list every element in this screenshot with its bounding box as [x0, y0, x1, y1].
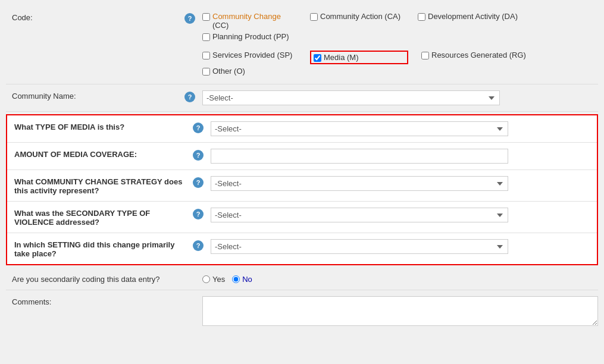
comments-help: [184, 296, 202, 297]
checkbox-cc-input[interactable]: [202, 13, 210, 21]
community-name-row: Community Name: ? -Select-: [6, 84, 598, 112]
checkbox-m[interactable]: Media (M): [310, 51, 408, 64]
media-amount-help-icon[interactable]: ?: [193, 150, 204, 161]
violence-row: What was the SECONDARY TYPE OF VIOLENCE …: [7, 201, 597, 233]
comments-label: Comments:: [6, 296, 184, 306]
checkbox-sp-label: Services Provided (SP): [212, 51, 292, 59]
secondary-coding-yes-input[interactable]: [202, 275, 210, 283]
community-name-select[interactable]: -Select-: [202, 90, 500, 105]
media-section: What TYPE OF MEDIA is this? ? -Select- A…: [6, 114, 598, 265]
checkbox-pp[interactable]: Planning Product (PP): [202, 32, 289, 41]
checkbox-rg-input[interactable]: [421, 52, 429, 59]
media-amount-field: [211, 149, 590, 164]
checkbox-cc-label: Community Change(CC): [212, 12, 281, 30]
code-help-icon[interactable]: ?: [184, 13, 195, 24]
community-name-label: Community Name:: [6, 90, 184, 101]
secondary-coding-yes-label: Yes: [212, 275, 225, 284]
checkbox-o[interactable]: Other (O): [202, 67, 245, 76]
media-type-row: What TYPE OF MEDIA is this? ? -Select-: [7, 115, 597, 142]
strategy-help: ?: [193, 176, 211, 188]
setting-row: In which SETTING did this change primari…: [7, 233, 597, 264]
checkbox-m-input[interactable]: [314, 54, 321, 62]
checkbox-ca-label: Community Action (CA): [320, 12, 400, 21]
media-type-help: ?: [193, 121, 211, 133]
checkbox-da-input[interactable]: [418, 13, 425, 21]
secondary-coding-yes[interactable]: Yes: [202, 275, 225, 284]
violence-label: What was the SECONDARY TYPE OF VIOLENCE …: [14, 208, 193, 227]
strategy-select[interactable]: -Select-: [211, 176, 508, 191]
violence-field: -Select-: [211, 208, 590, 222]
media-amount-help: ?: [193, 149, 211, 161]
checkbox-ca[interactable]: Community Action (CA): [310, 12, 408, 30]
code-row: Code: ? Community Change(CC) Community A…: [6, 6, 598, 84]
secondary-coding-field: Yes No: [202, 274, 598, 284]
secondary-coding-no[interactable]: No: [232, 275, 252, 284]
form-container: Code: ? Community Change(CC) Community A…: [0, 0, 604, 364]
checkbox-rg[interactable]: Resources Generated (RG): [421, 51, 540, 64]
checkbox-da[interactable]: Development Activity (DA): [418, 12, 537, 30]
violence-help: ?: [193, 208, 211, 219]
community-name-field: -Select-: [202, 90, 598, 105]
setting-help-icon[interactable]: ?: [193, 240, 204, 251]
checkbox-rg-label: Resources Generated (RG): [431, 51, 526, 59]
checkbox-ca-input[interactable]: [310, 13, 318, 21]
setting-select[interactable]: -Select-: [211, 239, 508, 254]
checkbox-sp[interactable]: Services Provided (SP): [202, 51, 301, 64]
checkbox-o-input[interactable]: [202, 68, 210, 76]
checkbox-cc[interactable]: Community Change(CC): [202, 12, 301, 30]
community-name-help: ?: [184, 90, 202, 102]
checkbox-da-label: Development Activity (DA): [428, 12, 518, 21]
media-type-field: -Select-: [211, 121, 590, 136]
secondary-coding-label: Are you secondarily coding this data ent…: [6, 274, 184, 284]
strategy-field: -Select-: [211, 176, 590, 191]
comments-field: [202, 296, 598, 328]
secondary-coding-help: [184, 274, 202, 275]
comments-textarea[interactable]: [202, 296, 598, 326]
code-checkboxes: Community Change(CC) Community Action (C…: [202, 12, 598, 78]
media-amount-input[interactable]: [211, 149, 508, 164]
checkbox-group: Community Change(CC) Community Action (C…: [202, 12, 598, 78]
media-type-help-icon[interactable]: ?: [193, 123, 204, 133]
violence-select[interactable]: -Select-: [211, 208, 508, 222]
code-help: ?: [184, 12, 202, 24]
setting-field: -Select-: [211, 239, 590, 254]
secondary-coding-no-label: No: [242, 275, 252, 284]
setting-help: ?: [193, 239, 211, 251]
media-type-label: What TYPE OF MEDIA is this?: [14, 121, 193, 131]
strategy-row: What COMMUNITY CHANGE STRATEGY does this…: [7, 170, 597, 201]
checkbox-pp-input[interactable]: [202, 33, 210, 41]
secondary-coding-no-input[interactable]: [232, 275, 240, 283]
secondary-coding-radio-group: Yes No: [202, 274, 598, 284]
checkbox-m-label: Media (M): [324, 53, 359, 62]
media-amount-row: AMOUNT of MEDIA COVERAGE: ?: [7, 142, 597, 170]
secondary-coding-row: Are you secondarily coding this data ent…: [6, 268, 598, 290]
code-label: Code:: [6, 12, 184, 22]
comments-row: Comments:: [6, 290, 598, 334]
media-amount-label: AMOUNT of MEDIA COVERAGE:: [14, 149, 193, 159]
strategy-help-icon[interactable]: ?: [193, 177, 204, 188]
community-name-help-icon[interactable]: ?: [184, 92, 195, 102]
cc-orange-label: Community Change: [212, 12, 281, 21]
setting-label: In which SETTING did this change primari…: [14, 239, 193, 258]
media-type-select[interactable]: -Select-: [211, 121, 508, 136]
violence-help-icon[interactable]: ?: [193, 209, 204, 219]
checkbox-o-label: Other (O): [212, 67, 245, 76]
strategy-label: What COMMUNITY CHANGE STRATEGY does this…: [14, 176, 193, 195]
checkbox-pp-label: Planning Product (PP): [212, 32, 289, 41]
checkbox-sp-input[interactable]: [202, 52, 210, 59]
